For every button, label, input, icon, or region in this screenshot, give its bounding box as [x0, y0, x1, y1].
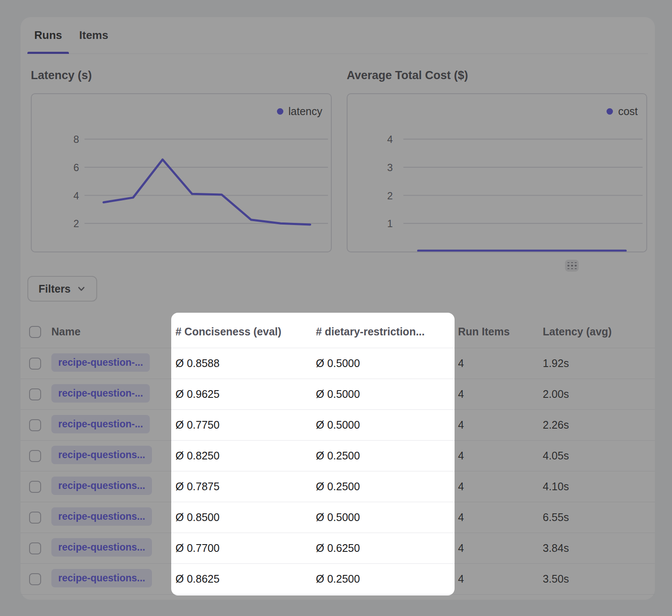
tab-runs[interactable]: Runs — [27, 17, 69, 53]
run-items-value: 4 — [458, 573, 543, 585]
column-header-dietary[interactable]: # dietary-restriction... — [316, 326, 458, 338]
row-checkbox[interactable] — [29, 388, 41, 400]
svg-text:8: 8 — [73, 134, 79, 145]
dietary-value: Ø 0.6250 — [316, 542, 458, 554]
select-all-checkbox[interactable] — [29, 326, 41, 338]
tab-items[interactable]: Items — [72, 17, 115, 53]
dietary-value: Ø 0.5000 — [316, 388, 458, 400]
filters-button[interactable]: Filters — [27, 276, 97, 302]
latency-line-chart: 8642 — [32, 94, 331, 252]
run-name-badge[interactable]: recipe-question-... — [51, 353, 150, 372]
latency-legend-label: latency — [288, 105, 322, 118]
run-name-badge[interactable]: recipe-question-... — [51, 415, 150, 433]
conciseness-value: Ø 0.8250 — [175, 450, 316, 462]
conciseness-value: Ø 0.8588 — [175, 357, 316, 370]
run-items-value: 4 — [458, 450, 543, 462]
latency-value: 4.05s — [543, 450, 655, 462]
column-header-conciseness[interactable]: # Conciseness (eval) — [175, 326, 316, 338]
run-name-badge[interactable]: recipe-questions... — [51, 507, 152, 526]
run-items-value: 4 — [458, 419, 543, 431]
cost-line-chart: 4321 — [348, 94, 646, 252]
latency-chart: 8642 latency — [31, 93, 332, 252]
row-checkbox[interactable] — [29, 573, 41, 585]
tab-runs-label: Runs — [34, 29, 62, 42]
row-checkbox[interactable] — [29, 450, 41, 462]
dietary-value: Ø 0.5000 — [316, 419, 458, 431]
grip-dots-icon — [567, 262, 577, 269]
runs-table: Name # Conciseness (eval) # dietary-rest… — [21, 316, 655, 595]
dietary-value: Ø 0.2500 — [316, 573, 458, 585]
table-row[interactable]: recipe-question-... Ø 0.8588 Ø 0.5000 4 … — [21, 348, 655, 379]
svg-text:3: 3 — [387, 162, 392, 173]
dietary-value: Ø 0.2500 — [316, 450, 458, 462]
run-items-value: 4 — [458, 511, 543, 524]
table-row[interactable]: recipe-questions... Ø 0.8500 Ø 0.5000 4 … — [21, 502, 655, 533]
table-row[interactable]: recipe-questions... Ø 0.7700 Ø 0.6250 4 … — [21, 533, 655, 564]
latency-legend: latency — [277, 105, 322, 118]
table-row[interactable]: recipe-question-... Ø 0.9625 Ø 0.5000 4 … — [21, 379, 655, 410]
run-items-value: 4 — [458, 357, 543, 370]
latency-value: 3.84s — [543, 542, 655, 554]
table-row[interactable]: recipe-questions... Ø 0.8625 Ø 0.2500 4 … — [21, 564, 655, 595]
conciseness-value: Ø 0.8625 — [175, 573, 316, 585]
run-name-badge[interactable]: recipe-questions... — [51, 477, 152, 495]
runs-panel: Runs Items Latency (s) Average Total Cos… — [21, 17, 655, 600]
svg-text:6: 6 — [73, 162, 79, 173]
svg-text:4: 4 — [387, 134, 392, 145]
column-header-latency[interactable]: Latency (avg) — [543, 326, 655, 338]
cost-chart-title: Average Total Cost ($) — [347, 69, 468, 82]
table-header-row: Name # Conciseness (eval) # dietary-rest… — [21, 316, 655, 348]
dietary-value: Ø 0.2500 — [316, 480, 458, 493]
cost-legend: cost — [607, 105, 638, 118]
dietary-value: Ø 0.5000 — [316, 511, 458, 524]
dietary-value: Ø 0.5000 — [316, 357, 458, 370]
section-resize-handle[interactable] — [565, 260, 579, 272]
latency-value: 2.00s — [543, 388, 655, 400]
column-header-name[interactable]: Name — [51, 326, 175, 338]
svg-text:4: 4 — [73, 190, 79, 201]
cost-legend-dot-icon — [607, 108, 613, 115]
row-checkbox[interactable] — [29, 358, 41, 370]
conciseness-value: Ø 0.7700 — [175, 542, 316, 554]
chevron-down-icon — [77, 284, 86, 293]
svg-text:1: 1 — [387, 218, 392, 229]
svg-text:2: 2 — [387, 190, 392, 201]
latency-value: 4.10s — [543, 480, 655, 493]
table-row[interactable]: recipe-questions... Ø 0.7875 Ø 0.2500 4 … — [21, 471, 655, 502]
row-checkbox[interactable] — [29, 512, 41, 524]
latency-value: 3.50s — [543, 573, 655, 585]
column-header-run-items[interactable]: Run Items — [458, 326, 543, 338]
conciseness-value: Ø 0.7750 — [175, 419, 316, 431]
conciseness-value: Ø 0.7875 — [175, 480, 316, 493]
latency-value: 6.55s — [543, 511, 655, 524]
tab-items-label: Items — [79, 29, 108, 42]
run-name-badge[interactable]: recipe-questions... — [51, 446, 152, 464]
latency-value: 2.26s — [543, 419, 655, 431]
run-items-value: 4 — [458, 480, 543, 493]
cost-legend-label: cost — [618, 105, 638, 118]
latency-chart-title: Latency (s) — [31, 69, 92, 82]
cost-chart: 4321 cost — [347, 93, 647, 252]
svg-text:2: 2 — [73, 218, 79, 229]
latency-value: 1.92s — [543, 357, 655, 370]
run-name-badge[interactable]: recipe-questions... — [51, 538, 152, 557]
run-name-badge[interactable]: recipe-question-... — [51, 384, 150, 403]
row-checkbox[interactable] — [29, 542, 41, 554]
run-items-value: 4 — [458, 388, 543, 400]
tab-bar: Runs Items — [27, 17, 648, 54]
row-checkbox[interactable] — [29, 481, 41, 493]
latency-legend-dot-icon — [277, 108, 283, 115]
run-name-badge[interactable]: recipe-questions... — [51, 569, 152, 587]
table-row[interactable]: recipe-question-... Ø 0.7750 Ø 0.5000 4 … — [21, 410, 655, 441]
run-items-value: 4 — [458, 542, 543, 554]
conciseness-value: Ø 0.9625 — [175, 388, 316, 400]
row-checkbox[interactable] — [29, 419, 41, 431]
conciseness-value: Ø 0.8500 — [175, 511, 316, 524]
table-row[interactable]: recipe-questions... Ø 0.8250 Ø 0.2500 4 … — [21, 441, 655, 471]
filters-button-label: Filters — [39, 283, 71, 295]
